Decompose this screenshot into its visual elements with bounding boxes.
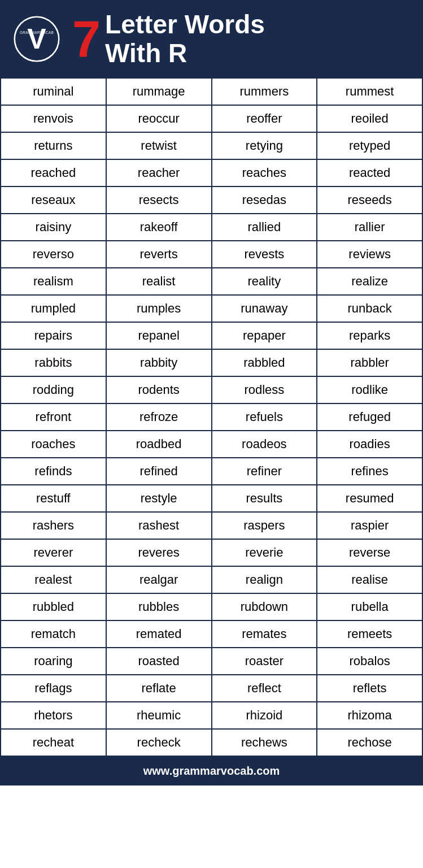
word-cell: retwist (106, 132, 212, 159)
word-cell: rallier (317, 214, 422, 241)
word-cell: rummage (106, 78, 212, 105)
word-cell: reverso (1, 241, 106, 268)
word-cell: refined (106, 458, 212, 485)
word-cell: results (212, 485, 317, 512)
number-7: 7 (72, 14, 101, 64)
table-row: reversorevertsrevestsreviews (1, 241, 422, 268)
word-cell: ruminal (1, 78, 106, 105)
word-cell: reaches (212, 159, 317, 186)
word-cell: rabbity (106, 349, 212, 376)
word-cell: remated (106, 620, 212, 648)
word-cell: refinds (1, 458, 106, 485)
table-row: repairsrepanelrepaperreparks (1, 322, 422, 349)
table-row: recheatrecheckrechewsrechose (1, 729, 422, 756)
table-row: rumpledrumplesrunawayrunback (1, 295, 422, 322)
word-cell: reverse (317, 539, 422, 566)
word-cell: rubbles (106, 593, 212, 620)
footer-url: www.grammarvocab.com (143, 765, 280, 777)
word-cell: recheck (106, 729, 212, 756)
word-cell: resects (106, 186, 212, 214)
word-cell: retying (212, 132, 317, 159)
word-cell: returns (1, 132, 106, 159)
word-cell: reveres (106, 539, 212, 566)
title-line1: Letter Words (105, 10, 265, 39)
table-row: refindsrefinedrefinerrefines (1, 458, 422, 485)
word-cell: rhetors (1, 702, 106, 729)
table-row: realestrealgarrealignrealise (1, 566, 422, 593)
word-cell: raspers (212, 512, 317, 539)
word-cell: reflect (212, 675, 317, 702)
word-cell: reflags (1, 675, 106, 702)
word-cell: roaring (1, 648, 106, 675)
table-row: ruminalrummagerummersrummest (1, 78, 422, 105)
word-cell: restuff (1, 485, 106, 512)
word-cell: rodlike (317, 376, 422, 403)
table-row: rematchrematedrematesremeets (1, 620, 422, 648)
word-cell: rallied (212, 214, 317, 241)
word-cell: remates (212, 620, 317, 648)
word-cell: reseaux (1, 186, 106, 214)
table-row: renvoisreoccurreofferreoiled (1, 105, 422, 132)
word-cell: rodless (212, 376, 317, 403)
word-cell: runback (317, 295, 422, 322)
word-cell: raspier (317, 512, 422, 539)
word-cell: remeets (317, 620, 422, 648)
word-cell: reacted (317, 159, 422, 186)
word-cell: rubella (317, 593, 422, 620)
svg-text:GRAMMARVOCAB: GRAMMARVOCAB (20, 31, 54, 34)
word-cell: refuels (212, 403, 317, 431)
word-cell: rematch (1, 620, 106, 648)
word-cell: rodents (106, 376, 212, 403)
word-cell: rechews (212, 729, 317, 756)
word-cell: realign (212, 566, 317, 593)
word-cell: reoffer (212, 105, 317, 132)
svg-text:V: V (27, 23, 46, 55)
word-cell: roaster (212, 648, 317, 675)
header: V GRAMMARVOCAB 7 Letter Words With R (0, 0, 423, 77)
table-row: rhetorsrheumicrhizoidrhizoma (1, 702, 422, 729)
word-cell: rabbled (212, 349, 317, 376)
word-cell: rabbler (317, 349, 422, 376)
word-cell: roadeos (212, 431, 317, 458)
word-cell: realism (1, 268, 106, 295)
table-row: reachedreacherreachesreacted (1, 159, 422, 186)
table-row: rubbledrubblesrubdownrubella (1, 593, 422, 620)
word-cell: roadies (317, 431, 422, 458)
table-row: restuffrestyleresultsresumed (1, 485, 422, 512)
word-cell: reached (1, 159, 106, 186)
word-cell: realize (317, 268, 422, 295)
title-line2: With R (105, 39, 265, 68)
word-cell: reverts (106, 241, 212, 268)
word-cell: retyped (317, 132, 422, 159)
word-cell: rhizoid (212, 702, 317, 729)
table-row: reflagsreflatereflectreflets (1, 675, 422, 702)
word-cell: refiner (212, 458, 317, 485)
word-cell: rubbled (1, 593, 106, 620)
table-row: revererreveresreveriereverse (1, 539, 422, 566)
word-cell: reverer (1, 539, 106, 566)
word-cell: refuged (317, 403, 422, 431)
table-row: reseauxresectsresedasreseeds (1, 186, 422, 214)
word-cell: recheat (1, 729, 106, 756)
word-cell: rummers (212, 78, 317, 105)
word-table: ruminalrummagerummersrummestrenvoisreocc… (0, 77, 423, 757)
word-cell: rabbits (1, 349, 106, 376)
word-cell: reflate (106, 675, 212, 702)
word-cell: reflets (317, 675, 422, 702)
word-cell: runaway (212, 295, 317, 322)
word-cell: revests (212, 241, 317, 268)
word-cell: rashers (1, 512, 106, 539)
word-cell: reparks (317, 322, 422, 349)
table-row: rashersrashestraspersraspier (1, 512, 422, 539)
word-cell: refront (1, 403, 106, 431)
table-row: realismrealistrealityrealize (1, 268, 422, 295)
table-row: roddingrodentsrodlessrodlike (1, 376, 422, 403)
word-cell: robalos (317, 648, 422, 675)
word-cell: reality (212, 268, 317, 295)
word-cell: repanel (106, 322, 212, 349)
word-cell: roaches (1, 431, 106, 458)
word-cell: refines (317, 458, 422, 485)
word-cell: restyle (106, 485, 212, 512)
word-cell: reverie (212, 539, 317, 566)
word-cell: roadbed (106, 431, 212, 458)
